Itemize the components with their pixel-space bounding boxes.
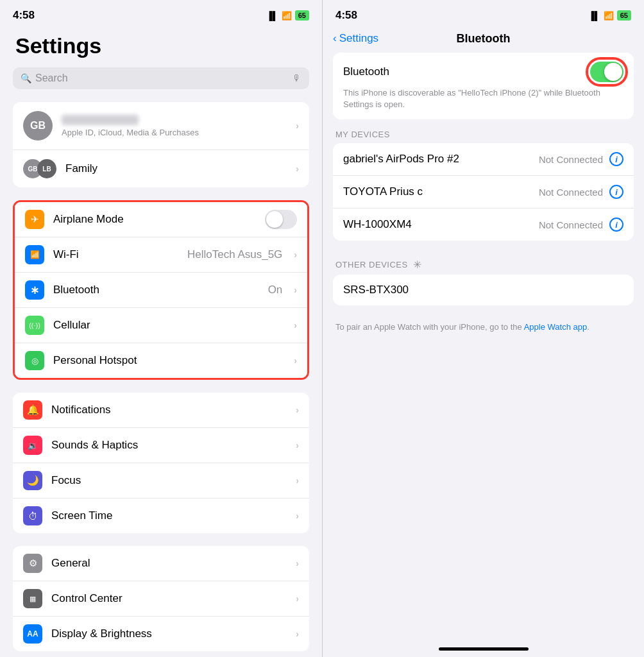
avatar-main: GB xyxy=(23,111,53,141)
control-center-icon: ▦ xyxy=(23,589,42,608)
bluetooth-subtitle: This iPhone is discoverable as "HelloTec… xyxy=(343,87,623,110)
chevron-display: › xyxy=(296,629,299,639)
nav-title: Bluetooth xyxy=(457,32,511,46)
profile-row-family[interactable]: GB LB Family › xyxy=(13,150,309,187)
searching-spinner: ✳ xyxy=(413,259,421,271)
status-bar-right: 4:58 ▐▌ 📶 65 xyxy=(323,0,644,27)
profile-sub: Apple ID, iCloud, Media & Purchases xyxy=(62,128,287,137)
wifi-icon-row: 📶 xyxy=(25,245,44,264)
bluetooth-toggle-row: Bluetooth xyxy=(343,62,623,82)
display-brightness-row[interactable]: AA Display & Brightness › xyxy=(13,617,309,651)
notifications-group: 🔔 Notifications › 🔉 Sounds & Haptics › 🌙… xyxy=(13,393,309,533)
apple-watch-link[interactable]: Apple Watch app xyxy=(524,322,588,332)
chevron-hotspot: › xyxy=(294,355,297,366)
notifications-row[interactable]: 🔔 Notifications › xyxy=(13,393,309,428)
chevron-focus: › xyxy=(296,475,299,486)
back-label: Settings xyxy=(339,32,378,45)
notifications-icon: 🔔 xyxy=(23,400,42,420)
family-label: Family xyxy=(65,162,287,175)
chevron-bluetooth: › xyxy=(294,285,297,295)
left-content: Settings 🔍 Search 🎙 GB Apple ID, iCloud,… xyxy=(0,27,322,657)
signal-icon-right: ▐▌ xyxy=(588,11,600,21)
other-device-name-srs: SRS-BTX300 xyxy=(343,284,409,296)
personal-hotspot-row[interactable]: ◎ Personal Hotspot › xyxy=(15,343,307,378)
wifi-row[interactable]: 📶 Wi-Fi HelloTech Asus_5G › xyxy=(15,237,307,273)
other-devices-list: SRS-BTX300 xyxy=(333,275,634,305)
general-label: General xyxy=(51,557,287,570)
airplane-mode-toggle[interactable] xyxy=(265,210,297,229)
back-button[interactable]: ‹ Settings xyxy=(333,32,378,45)
airplane-mode-row[interactable]: ✈ Airplane Mode xyxy=(15,202,307,237)
airplane-mode-label: Airplane Mode xyxy=(53,213,256,226)
battery-right: 65 xyxy=(617,10,631,21)
right-content: Bluetooth This iPhone is discoverable as… xyxy=(323,53,644,637)
focus-label: Focus xyxy=(51,474,287,487)
general-icon: ⚙ xyxy=(23,554,42,573)
chevron-family: › xyxy=(296,164,299,174)
device-row-toyota[interactable]: TOYOTA Prius c Not Connected i xyxy=(333,176,634,209)
profile-group: GB Apple ID, iCloud, Media & Purchases ›… xyxy=(13,102,309,187)
chevron-sounds: › xyxy=(296,440,299,450)
my-devices-list: gabriel's AirPods Pro #2 Not Connected i… xyxy=(333,143,634,241)
display-icon: AA xyxy=(23,624,42,644)
bluetooth-label: Bluetooth xyxy=(53,284,259,296)
apple-watch-note: To pair an Apple Watch with your iPhone,… xyxy=(333,318,634,336)
bluetooth-value: On xyxy=(268,284,283,296)
profile-info: Apple ID, iCloud, Media & Purchases xyxy=(62,115,287,137)
left-panel: 4:58 ▐▌ 📶 65 Settings 🔍 Search 🎙 GB Appl… xyxy=(0,0,322,657)
general-group: ⚙ General › ▦ Control Center › AA Displa… xyxy=(13,546,309,651)
device-status-wh1000: Not Connected xyxy=(539,219,603,230)
device-name-toyota: TOYOTA Prius c xyxy=(343,185,539,198)
other-device-row-srs[interactable]: SRS-BTX300 xyxy=(333,275,634,305)
chevron-profile: › xyxy=(296,121,299,131)
avatar-family: GB LB xyxy=(23,159,56,178)
control-center-row[interactable]: ▦ Control Center › xyxy=(13,581,309,617)
other-devices-section: Other Devices ✳ xyxy=(333,253,634,275)
info-button-airpods[interactable]: i xyxy=(609,152,623,166)
search-icon: 🔍 xyxy=(21,73,31,83)
device-name-airpods: gabriel's AirPods Pro #2 xyxy=(343,153,539,166)
bluetooth-row[interactable]: ∗ Bluetooth On › xyxy=(15,273,307,308)
cellular-label: Cellular xyxy=(53,319,285,332)
bluetooth-toggle-switch[interactable] xyxy=(590,62,623,82)
status-icons-right: ▐▌ 📶 65 xyxy=(588,10,631,21)
device-name-wh1000: WH-1000XM4 xyxy=(343,218,539,231)
battery-left: 65 xyxy=(295,10,309,21)
signal-icon-left: ▐▌ xyxy=(266,11,278,21)
page-title: Settings xyxy=(13,33,309,58)
sounds-label: Sounds & Haptics xyxy=(51,439,287,452)
info-button-wh1000[interactable]: i xyxy=(609,218,623,232)
screen-time-row[interactable]: ⏱ Screen Time › xyxy=(13,499,309,533)
time-left: 4:58 xyxy=(13,9,35,22)
info-button-toyota[interactable]: i xyxy=(609,185,623,199)
chevron-screen-time: › xyxy=(296,511,299,521)
search-placeholder: Search xyxy=(35,73,289,84)
toggle-knob xyxy=(604,63,622,81)
bluetooth-toggle-label: Bluetooth xyxy=(343,65,389,78)
wifi-value: HelloTech Asus_5G xyxy=(187,248,282,261)
general-row[interactable]: ⚙ General › xyxy=(13,546,309,581)
chevron-cellular: › xyxy=(294,320,297,330)
chevron-notifications: › xyxy=(296,405,299,415)
my-devices-header: My Devices xyxy=(333,124,634,143)
chevron-general: › xyxy=(296,558,299,568)
notifications-label: Notifications xyxy=(51,404,287,416)
display-label: Display & Brightness xyxy=(51,627,287,640)
wifi-icon-left: 📶 xyxy=(282,11,292,21)
hotspot-icon: ◎ xyxy=(25,351,44,370)
bluetooth-icon: ∗ xyxy=(25,280,44,300)
airplane-mode-icon: ✈ xyxy=(25,210,44,229)
other-devices-header: Other Devices xyxy=(335,260,408,269)
device-row-airpods[interactable]: gabriel's AirPods Pro #2 Not Connected i xyxy=(333,143,634,176)
chevron-wifi: › xyxy=(294,250,297,260)
focus-row[interactable]: 🌙 Focus › xyxy=(13,463,309,499)
cellular-row[interactable]: ((·)) Cellular › xyxy=(15,308,307,343)
mic-icon: 🎙 xyxy=(292,73,301,83)
sounds-row[interactable]: 🔉 Sounds & Haptics › xyxy=(13,428,309,463)
search-bar[interactable]: 🔍 Search 🎙 xyxy=(13,67,309,89)
cellular-icon: ((·)) xyxy=(25,316,44,335)
back-chevron-icon: ‹ xyxy=(333,32,337,45)
device-row-wh1000[interactable]: WH-1000XM4 Not Connected i xyxy=(333,209,634,241)
right-nav: ‹ Settings Bluetooth xyxy=(323,27,644,53)
profile-row-main[interactable]: GB Apple ID, iCloud, Media & Purchases › xyxy=(13,102,309,150)
